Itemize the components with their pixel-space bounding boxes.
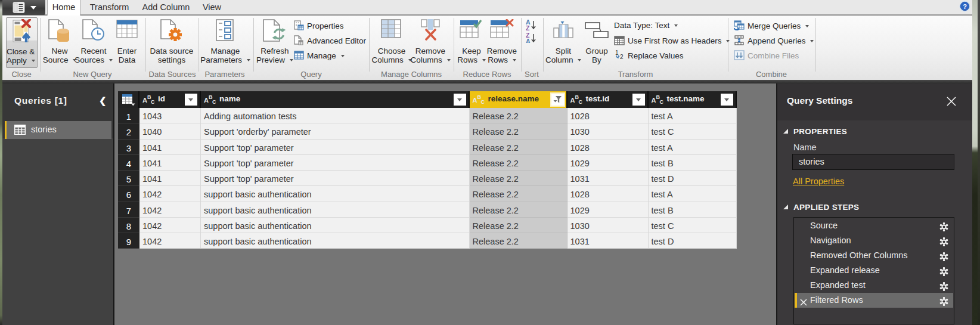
- svg-text:?: ?: [963, 3, 967, 10]
- svg-text:2: 2: [620, 54, 624, 60]
- svg-text:A: A: [526, 38, 531, 43]
- svg-text:Z: Z: [526, 24, 530, 32]
- svg-text:1: 1: [615, 50, 619, 56]
